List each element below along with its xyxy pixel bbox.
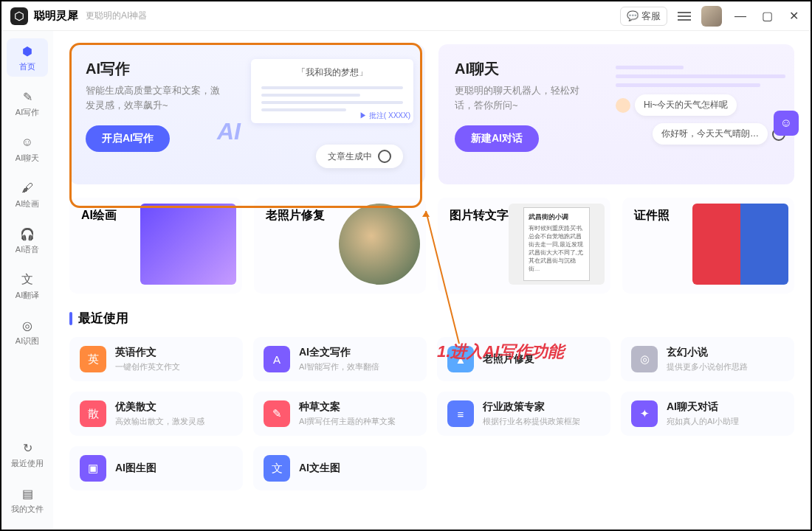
recent-item[interactable]: AAI全文写作AI智能写作，效率翻倍 (253, 337, 427, 381)
logo-chip-icon (378, 150, 391, 163)
recent-item[interactable]: ≡行业政策专家根据行业名称提供政策框架 (437, 392, 610, 436)
sidebar-item-files[interactable]: ▤我的文件 (7, 481, 48, 519)
recent-icon: ✎ (264, 400, 290, 427)
id-thumb (692, 204, 788, 285)
recent-icon: ▣ (80, 455, 106, 482)
recent-icon: ◎ (631, 346, 658, 372)
brush-icon: 🖌 (19, 180, 35, 196)
translate-icon: 文 (19, 271, 35, 288)
sidebar: ⬢首页 ✎AI写作 ☺AI聊天 🖌AI绘画 🎧AI语音 文AI翻译 ◎AI识图 … (1, 31, 53, 530)
close-button[interactable]: ✕ (785, 9, 802, 23)
chat-fab-icon[interactable]: ☺ (774, 111, 799, 136)
ai-badge-icon: AI (217, 118, 241, 145)
sidebar-item-ocr[interactable]: ◎AI识图 (7, 313, 48, 351)
sidebar-item-chat[interactable]: ☺AI聊天 (7, 130, 48, 168)
maximize-button[interactable]: ▢ (759, 9, 775, 23)
file-icon: ▤ (19, 485, 35, 502)
feature-id-photo[interactable]: 证件照 (622, 198, 795, 294)
chat-bubble-icon: 💬 (627, 10, 639, 21)
generating-status: 文章生成中 (316, 145, 403, 168)
minimize-button[interactable]: — (732, 10, 749, 23)
sidebar-item-recent[interactable]: ↻最近使用 (7, 435, 48, 473)
paint-thumb (140, 204, 236, 285)
recent-item[interactable]: 散优美散文高效输出散文，激发灵感 (69, 392, 243, 436)
feature-ai-paint[interactable]: AI绘画 (69, 198, 242, 294)
scan-icon: ◎ (19, 317, 35, 333)
recent-icon: ✦ (631, 400, 658, 427)
sidebar-item-writing[interactable]: ✎AI写作 (7, 84, 48, 122)
user-avatar[interactable] (701, 6, 722, 27)
sidebar-item-translate[interactable]: 文AI翻译 (7, 267, 48, 305)
main-content: AI写作 智能生成高质量文章和文案，激发灵感，效率飙升~ 开启AI写作 AI 「… (53, 31, 811, 530)
recent-item[interactable]: ✎种草文案AI撰写任何主题的种草文案 (253, 392, 427, 436)
feather-icon: ✎ (19, 88, 35, 105)
app-name: 聪明灵犀 (34, 9, 78, 23)
tutorial-callout: 1.进入AI写作功能 (437, 341, 564, 363)
recent-item[interactable]: ◎玄幻小说提供更多小说创作思路 (621, 337, 794, 381)
hero-desc: 更聪明的聊天机器人，轻松对话，答你所问~ (455, 83, 595, 112)
home-icon: ⬢ (19, 43, 35, 59)
hero-ai-writing[interactable]: AI写作 智能生成高质量文章和文案，激发灵感，效率飙升~ 开启AI写作 AI 「… (69, 44, 425, 184)
feature-ocr[interactable]: 图片转文字武昌街的小调有时候到重庆路买书,总会不自觉地跑武昌街去走一回,最近发现… (438, 198, 610, 294)
smile-icon: ☺ (19, 134, 35, 150)
app-logo-icon (10, 7, 28, 25)
recent-heading: 最近使用 (69, 310, 794, 327)
new-ai-chat-button[interactable]: 新建AI对话 (455, 125, 539, 152)
title-bar: 聪明灵犀 更聪明的AI神器 💬 客服 — ▢ ✕ (1, 1, 811, 31)
start-ai-writing-button[interactable]: 开启AI写作 (86, 125, 170, 152)
svg-marker-0 (16, 12, 24, 21)
feature-photo-restore[interactable]: 老照片修复 (254, 198, 427, 294)
sidebar-item-voice[interactable]: 🎧AI语音 (7, 221, 48, 260)
recent-icon: ≡ (447, 400, 474, 427)
bot-avatar-icon (616, 98, 630, 113)
recent-item[interactable]: 英英语作文一键创作英文作文 (69, 337, 243, 381)
mock-annotation: ▶ 批注( XXXX) (359, 111, 410, 121)
recent-icon: 文 (264, 455, 290, 482)
recent-icon: 散 (80, 400, 106, 427)
hero-ai-chat[interactable]: AI聊天 更聪明的聊天机器人，轻松对话，答你所问~ 新建AI对话 Hi~今天的天… (438, 44, 794, 184)
recent-icon: 英 (80, 346, 106, 372)
headphone-icon: 🎧 (19, 226, 35, 242)
app-tagline: 更聪明的AI神器 (86, 10, 147, 22)
menu-icon[interactable] (678, 12, 691, 21)
recent-item[interactable]: ✦AI聊天对话宛如真人的AI小助理 (621, 392, 794, 436)
history-icon: ↻ (19, 440, 35, 456)
hero-desc: 智能生成高质量文章和文案，激发灵感，效率飙升~ (86, 83, 226, 112)
photo-thumb (339, 204, 420, 285)
recent-item[interactable]: 文AI文生图 (253, 446, 427, 490)
support-button[interactable]: 💬 客服 (620, 7, 667, 26)
recent-item[interactable]: ▣AI图生图 (69, 446, 243, 490)
sidebar-item-paint[interactable]: 🖌AI绘画 (7, 176, 48, 214)
mock-chat: Hi~今天的天气怎样呢 你好呀，今天天气晴朗… (616, 60, 785, 145)
recent-icon: A (264, 346, 290, 372)
ocr-thumb: 武昌街的小调有时候到重庆路买书,总会不自觉地跑武昌街去走一回,最近发现武昌街大大… (509, 204, 605, 285)
sidebar-item-home[interactable]: ⬢首页 (7, 38, 48, 77)
